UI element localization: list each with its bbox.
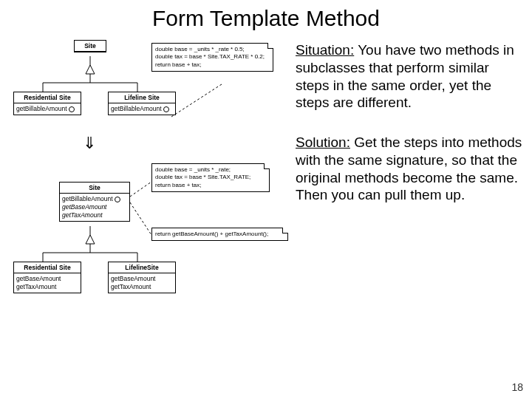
note-line: double tax = base * Site.TAX_RATE; [155, 174, 266, 181]
situation-label: Situation: [296, 42, 354, 58]
page-title: Form Template Method [0, 6, 532, 31]
method: getBaseAmount [111, 275, 173, 283]
note-after-1: double base = _units * _rate; double tax… [151, 163, 270, 192]
situation-paragraph: Situation: You have two methods in subcl… [296, 41, 525, 112]
uml-class-site-after: Site getBillableAmount getBaseAmount get… [59, 182, 130, 222]
solution-label: Solution: [296, 134, 350, 150]
note-before: double base = _units * _rate * 0.5; doub… [151, 43, 273, 72]
method: getTaxAmount [111, 283, 173, 291]
transform-arrow-icon: ⇓ [83, 134, 96, 153]
svg-line-14 [130, 202, 151, 235]
svg-marker-1 [86, 65, 95, 74]
note-line: return getBaseAmount() + getTaxAmount(); [155, 231, 284, 238]
diagram-lines [0, 34, 296, 381]
svg-marker-8 [86, 235, 95, 244]
text-column: Situation: You have two methods in subcl… [296, 34, 525, 381]
uml-class-residential-before: Residential Site getBillableAmount [13, 92, 81, 115]
method: getBillableAmount [16, 105, 78, 113]
note-line: double tax = base * Site.TAX_RATE * 0.2; [155, 53, 270, 61]
svg-line-6 [171, 84, 222, 117]
method: getTaxAmount [16, 283, 78, 291]
class-name: Lifeline Site [109, 92, 175, 103]
note-line: return base + tax; [155, 182, 266, 189]
method: getBillableAmount [111, 105, 173, 113]
class-name: Site [60, 183, 129, 194]
uml-class-site-before: Site [74, 40, 106, 52]
class-name: Residential Site [14, 262, 81, 273]
svg-line-13 [130, 182, 151, 197]
solution-paragraph: Solution: Get the steps into methods wit… [296, 134, 525, 204]
class-name: Residential Site [14, 92, 81, 103]
uml-class-residential-after: Residential Site getBaseAmount getTaxAmo… [13, 262, 81, 293]
method: getBaseAmount [62, 203, 127, 211]
class-name: Site [75, 41, 106, 52]
page-number: 18 [511, 381, 523, 393]
method: getBaseAmount [16, 275, 78, 283]
uml-class-lifeline-before: Lifeline Site getBillableAmount [108, 92, 176, 115]
content-row: Site double base = _units * _rate * 0.5;… [0, 34, 532, 381]
diagram-column: Site double base = _units * _rate * 0.5;… [0, 34, 296, 381]
method: getBillableAmount [62, 195, 127, 203]
note-line: double base = _units * _rate * 0.5; [155, 46, 270, 53]
uml-class-lifeline-after: LifelineSite getBaseAmount getTaxAmount [108, 262, 176, 293]
method: getTaxAmount [62, 211, 127, 219]
note-line: double base = _units * _rate; [155, 166, 266, 174]
note-line: return base + tax; [155, 61, 270, 69]
class-name: LifelineSite [109, 262, 175, 273]
note-after-2: return getBaseAmount() + getTaxAmount(); [151, 228, 288, 241]
